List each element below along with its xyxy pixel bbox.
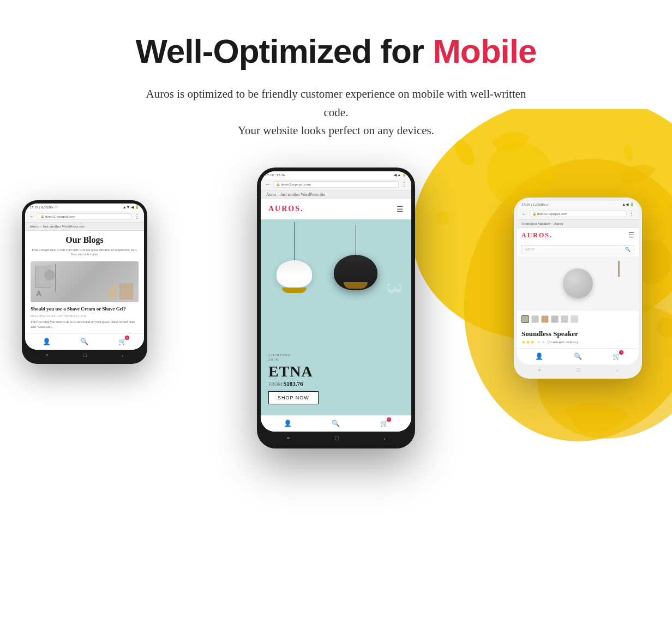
menu-btn-right[interactable]: ≡ bbox=[538, 367, 541, 373]
phone-center-android-nav: ≡ □ ‹ bbox=[261, 432, 411, 445]
stars-empty: ★★ bbox=[537, 339, 545, 345]
phone-center-bottom-nav: 👤 🔍 🛒 0 bbox=[261, 415, 411, 432]
subtitle: Auros is optimized to be friendly custom… bbox=[145, 85, 527, 140]
hamburger-icon[interactable]: ☰ bbox=[397, 205, 404, 214]
phone-left: 17:18 | 0,0KB/s ☆ ▲▼ ◀ 🔋 ← 🔒 demo2.wpopa… bbox=[22, 200, 147, 364]
auros-logo-right: AUROS. bbox=[521, 231, 553, 240]
home-btn-right[interactable]: □ bbox=[577, 367, 580, 373]
blog-image: A bbox=[31, 261, 139, 302]
blog-title: Our Blogs bbox=[31, 235, 139, 245]
blog-post-title: Should you use a Shave Cream or Shave Ge… bbox=[31, 306, 139, 313]
back-icon[interactable]: ← bbox=[29, 213, 35, 219]
swatch-6[interactable] bbox=[571, 315, 578, 323]
back-btn-right[interactable]: ‹ bbox=[616, 367, 618, 373]
user-nav-icon[interactable]: 👤 bbox=[284, 420, 292, 428]
blog-meta: HEALTHY, OTHER / September 11, 2018 bbox=[31, 314, 139, 318]
search-nav-icon[interactable]: 🔍 bbox=[332, 420, 340, 428]
home-icon[interactable]: □ bbox=[83, 352, 86, 358]
cart-badge: 0 bbox=[125, 336, 129, 340]
blog-subtitle: Find a bright ideal to suit your taste w… bbox=[31, 248, 139, 257]
phone-center-url[interactable]: 🔒 demo2.wpopal.com bbox=[273, 181, 399, 188]
phone-left-url[interactable]: 🔒 demo2.wpopal.com bbox=[38, 213, 131, 220]
sale-label: SALE! bbox=[525, 248, 625, 251]
phone-right-url[interactable]: 🔒 demo2.wpopal.com bbox=[530, 211, 626, 217]
back-btn-android[interactable]: ‹ bbox=[383, 435, 386, 441]
cart-badge-right: 1 bbox=[619, 350, 623, 355]
title-red: Mobile bbox=[433, 32, 536, 70]
phones-container: 17:18 | 0,0KB/s ☆ ▲▼ ◀ 🔋 ← 🔒 demo2.wpopa… bbox=[0, 168, 672, 577]
header-section: Well-Optimized for Mobile Auros is optim… bbox=[0, 0, 672, 157]
etna-title: ETNA bbox=[268, 363, 404, 380]
swatch-1[interactable] bbox=[521, 315, 529, 323]
menu-btn[interactable]: ≡ bbox=[286, 435, 290, 441]
stars-filled: ★★★ bbox=[521, 339, 535, 345]
menu-icon[interactable]: ≡ bbox=[45, 352, 48, 358]
hamburger-icon-right[interactable]: ☰ bbox=[628, 231, 634, 240]
phone-left-browser-bar: ← 🔒 demo2.wpopal.com ⋮ bbox=[25, 211, 144, 223]
browser-menu-icon[interactable]: ⋮ bbox=[134, 213, 140, 219]
sale-search-bar: SALE! 🔍 bbox=[521, 245, 634, 254]
user-icon[interactable]: 👤 bbox=[43, 338, 51, 346]
blog-excerpt: The first thing you need to do is sit do… bbox=[31, 320, 139, 329]
phone-center-browser-bar: ← 🔒 demo2.wpopal.com ⋮ bbox=[261, 179, 411, 190]
cart-nav-icon[interactable]: 🛒 0 bbox=[380, 420, 388, 428]
cart-icon-right[interactable]: 🛒 1 bbox=[613, 352, 621, 361]
home-btn[interactable]: □ bbox=[335, 435, 339, 441]
back-btn[interactable]: ← bbox=[265, 181, 271, 187]
phone-left-status-bar: 17:18 | 0,0KB/s ☆ ▲▼ ◀ 🔋 bbox=[25, 204, 144, 211]
stars-reviews: ★★★ ★★ (5 customer reviews) bbox=[517, 339, 639, 348]
phone-left-content: Our Blogs Find a bright ideal to suit yo… bbox=[25, 231, 144, 333]
swatch-4[interactable] bbox=[551, 315, 559, 323]
lighting-label: LIGHTING 2018 bbox=[268, 353, 404, 362]
phone-left-android-nav: ≡ □ ‹ bbox=[25, 350, 144, 361]
banner-number: 3 bbox=[382, 283, 407, 292]
cart-badge-center: 0 bbox=[387, 417, 391, 422]
title-black: Well-Optimized for bbox=[135, 32, 433, 70]
speaker-visual bbox=[563, 268, 593, 298]
color-swatches bbox=[517, 313, 639, 325]
reviews-count: (5 customer reviews) bbox=[548, 340, 578, 344]
phone-right-screen: 17:19 | 1,0KB/s ε ▲◀ 🔋 ← 🔒 demo2.wpopal.… bbox=[517, 201, 639, 364]
phone-right-status-bar: 17:19 | 1,0KB/s ε ▲◀ 🔋 bbox=[517, 201, 639, 208]
search-icon[interactable]: 🔍 bbox=[80, 338, 88, 346]
swatch-3[interactable] bbox=[541, 315, 549, 323]
phone-right: 17:19 | 1,0KB/s ε ▲◀ 🔋 ← 🔒 demo2.wpopal.… bbox=[514, 198, 642, 379]
cart-icon[interactable]: 🛒 0 bbox=[118, 338, 127, 346]
menu-icon-right[interactable]: ⋮ bbox=[629, 211, 634, 217]
auros-header-right: AUROS. ☰ bbox=[517, 228, 639, 243]
user-icon-right[interactable]: 👤 bbox=[535, 352, 543, 361]
auros-header: AUROS. ☰ bbox=[261, 199, 411, 219]
search-icon-bottom-right[interactable]: 🔍 bbox=[574, 352, 582, 361]
search-icon-right[interactable]: 🔍 bbox=[625, 247, 631, 252]
phone-left-bottom-nav: 👤 🔍 🛒 0 bbox=[25, 333, 144, 350]
hero-banner: 3 LIGHTING 2018 ETNA FROM $183.76 bbox=[261, 219, 411, 415]
auros-logo: AUROS. bbox=[268, 205, 304, 213]
phone-center: 17:18 | 13.2k ◀ ▲ 🔋 ← 🔒 demo2.wpopal.com… bbox=[257, 168, 415, 448]
swatch-2[interactable] bbox=[531, 315, 539, 323]
phone-right-browser-bar: ← 🔒 demo2.wpopal.com ⋮ bbox=[517, 208, 639, 220]
from-price: FROM $183.76 bbox=[268, 380, 404, 387]
back-icon[interactable]: ‹ bbox=[122, 352, 124, 358]
product-name-right: Soundless Speaker bbox=[517, 327, 639, 339]
phone-center-screen: 17:18 | 13.2k ◀ ▲ 🔋 ← 🔒 demo2.wpopal.com… bbox=[261, 171, 411, 432]
page-wrapper: Well-Optimized for Mobile Auros is optim… bbox=[0, 0, 672, 640]
phone-right-android-nav: ≡ □ ‹ bbox=[517, 364, 639, 375]
phone-left-screen: 17:18 | 0,0KB/s ☆ ▲▼ ◀ 🔋 ← 🔒 demo2.wpopa… bbox=[25, 204, 144, 350]
phone-right-bottom-nav: 👤 🔍 🛒 1 bbox=[517, 348, 639, 364]
shop-now-button[interactable]: Shop Now bbox=[268, 391, 319, 404]
page-title: Well-Optimized for Mobile bbox=[0, 33, 672, 70]
swatch-5[interactable] bbox=[561, 315, 568, 323]
back-icon-right[interactable]: ← bbox=[521, 211, 527, 217]
menu-icon[interactable]: ⋮ bbox=[401, 181, 407, 187]
product-image-area bbox=[517, 256, 639, 311]
phone-center-status-bar: 17:18 | 13.2k ◀ ▲ 🔋 bbox=[261, 171, 411, 179]
